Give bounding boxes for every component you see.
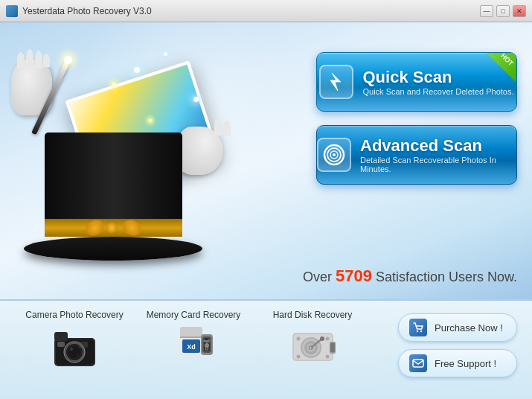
svg-point-41: [320, 336, 324, 341]
svg-marker-0: [330, 73, 341, 91]
svg-rect-19: [180, 327, 202, 338]
advanced-scan-text: Advanced Scan Detailed Scan Recoverable …: [360, 136, 516, 173]
sparkle-2: [164, 52, 167, 56]
hdd-svg: [289, 325, 337, 368]
purchase-button[interactable]: Purchase Now !: [398, 313, 517, 342]
action-buttons: Purchase Now ! Free Support !: [398, 310, 517, 377]
support-button[interactable]: Free Support !: [398, 349, 517, 377]
support-label: Free Support !: [435, 358, 496, 369]
svg-point-11: [68, 346, 80, 358]
quick-scan-button[interactable]: HOT Quick Scan Quick Scan and Recover De…: [316, 52, 517, 112]
advanced-scan-title: Advanced Scan: [360, 136, 516, 156]
users-count-area: Over 5709 Satisfaction Users Now.: [303, 266, 517, 286]
main-area: HOT Quick Scan Quick Scan and Recover De…: [0, 22, 532, 299]
feature-camera: Camera Photo Recovery: [15, 310, 134, 369]
app-title: Yesterdata Photo Recovery V3.0: [22, 6, 152, 16]
svg-point-43: [325, 337, 329, 341]
bow-right: [121, 217, 144, 239]
quick-scan-title: Quick Scan: [362, 68, 513, 87]
magic-hat: [45, 133, 202, 261]
svg-point-4: [333, 153, 336, 156]
right-finger-2: [214, 118, 222, 135]
purchase-label: Purchase Now !: [435, 322, 503, 333]
right-finger-1: [223, 121, 231, 135]
feature-camera-label: Camera Photo Recovery: [25, 310, 123, 320]
quick-scan-subtitle: Quick Scan and Recover Deleted Photos.: [362, 87, 513, 96]
sparkle-4: [193, 97, 199, 102]
svg-point-12: [70, 348, 73, 351]
sparkle-5: [149, 119, 152, 122]
purchase-icon: [409, 319, 427, 336]
titlebar-left: Yesterdata Photo Recovery V3.0: [6, 5, 152, 17]
feature-memory-label: Memory Card Recovery: [147, 310, 241, 320]
bow-left: [83, 217, 106, 239]
sparkle-1: [134, 67, 140, 73]
app-icon: [6, 5, 18, 17]
bow-center: [106, 223, 117, 233]
quick-scan-icon: [319, 65, 353, 99]
svg-point-44: [296, 355, 300, 359]
titlebar-controls: — □ ✕: [480, 5, 526, 17]
advanced-scan-inner: Advanced Scan Detailed Scan Recoverable …: [317, 136, 516, 173]
minimize-button[interactable]: —: [480, 5, 493, 17]
hat-band: [45, 219, 182, 237]
users-number: 5709: [336, 266, 372, 285]
svg-rect-47: [330, 343, 335, 352]
advanced-scan-button[interactable]: Advanced Scan Detailed Scan Recoverable …: [316, 125, 517, 185]
users-text-suffix: Satisfaction Users Now.: [376, 269, 517, 284]
titlebar: Yesterdata Photo Recovery V3.0 — □ ✕: [0, 0, 532, 22]
finger-1: [17, 52, 25, 68]
hot-text: HOT: [499, 52, 515, 67]
svg-point-29: [204, 339, 206, 342]
advanced-scan-icon: [317, 138, 351, 172]
svg-rect-15: [57, 342, 65, 347]
feature-hdd: Hard Disk Recovery: [253, 310, 372, 369]
feature-hdd-label: Hard Disk Recovery: [273, 310, 353, 320]
finger-3: [35, 51, 42, 68]
quick-scan-text: Quick Scan Quick Scan and Recover Delete…: [362, 68, 513, 96]
memcard-svg: Xd: [171, 323, 216, 371]
illustration-area: [0, 22, 290, 298]
svg-point-48: [417, 331, 418, 332]
hat-brim: [24, 237, 202, 261]
maximize-button[interactable]: □: [496, 5, 510, 17]
wand-tip: [63, 54, 74, 66]
camera-svg: [51, 327, 99, 368]
close-button[interactable]: ✕: [513, 5, 526, 17]
feature-hdd-icon: [286, 325, 339, 369]
svg-point-42: [296, 337, 300, 341]
svg-point-45: [325, 355, 329, 359]
feature-camera-icon: [48, 325, 100, 369]
finger-4: [43, 54, 50, 67]
svg-point-49: [420, 331, 422, 332]
feature-memory-icon: Xd: [167, 325, 219, 369]
svg-rect-50: [413, 360, 423, 367]
svg-point-13: [77, 354, 78, 356]
advanced-scan-subtitle: Detailed Scan Recoverable Photos In Minu…: [360, 156, 516, 173]
svg-point-26: [205, 343, 209, 348]
svg-rect-7: [54, 332, 68, 341]
feature-memory: Memory Card Recovery Xd: [134, 310, 253, 369]
buttons-area: HOT Quick Scan Quick Scan and Recover De…: [316, 52, 517, 185]
users-text-prefix: Over: [303, 269, 332, 284]
quick-scan-inner: Quick Scan Quick Scan and Recover Delete…: [319, 65, 513, 99]
bottom-panel: Camera Photo Recovery: [0, 299, 532, 399]
svg-text:Xd: Xd: [187, 343, 196, 351]
feature-items: Camera Photo Recovery: [15, 310, 398, 369]
finger-2: [26, 49, 33, 68]
support-icon: [409, 354, 427, 372]
svg-rect-20: [180, 336, 202, 338]
sparkle-3: [112, 82, 116, 86]
hat-body: [45, 133, 182, 237]
